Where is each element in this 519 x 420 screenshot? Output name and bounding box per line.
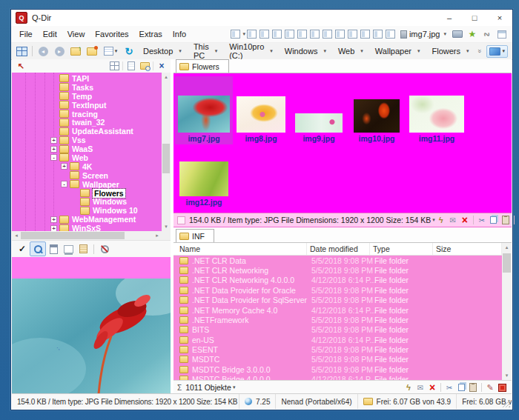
scroll-left-icon[interactable]: ◂: [12, 231, 21, 240]
tree-item[interactable]: TextInput: [12, 101, 162, 110]
tree-expander[interactable]: +: [50, 137, 57, 144]
scroll-up-icon[interactable]: ▴: [502, 243, 512, 252]
tree-item[interactable]: tracing: [12, 110, 162, 119]
tree-item[interactable]: UpdateAssistant: [12, 127, 162, 136]
layout-preset-6-icon[interactable]: [310, 30, 320, 39]
scroll-right-icon[interactable]: ▸: [153, 231, 162, 240]
tree-item[interactable]: - Wallpaper: [12, 180, 162, 189]
confirm-check-icon[interactable]: [15, 242, 30, 256]
refresh-icon[interactable]: [122, 44, 136, 58]
chevron-down-icon[interactable]: ▾: [215, 48, 218, 54]
scroll-up-icon[interactable]: ▴: [162, 73, 171, 81]
thumbnail-image[interactable]: [409, 96, 464, 133]
file-list[interactable]: .NET CLR Data 5/5/2018 9:08 PM File fold…: [173, 256, 502, 380]
tree-expander[interactable]: -: [50, 154, 57, 161]
breadcrumb-folder[interactable]: Desktop ▾: [139, 46, 186, 56]
menu-item[interactable]: Info: [168, 28, 191, 40]
tree-item[interactable]: Screen: [12, 171, 162, 180]
separator[interactable]: [479, 382, 484, 393]
status-checkbox-icon[interactable]: [177, 216, 185, 224]
close-tree-icon[interactable]: [155, 61, 168, 72]
tree-root-icon[interactable]: [14, 61, 27, 72]
favorites-star-icon[interactable]: [466, 28, 479, 40]
tree-item[interactable]: + WaaS: [12, 144, 162, 153]
layout-preset-1-icon[interactable]: [247, 30, 257, 39]
thumbnail-item[interactable]: img12.jpg: [175, 158, 233, 208]
thumbnail-item[interactable]: img8.jpg: [233, 76, 289, 144]
column-header-type[interactable]: Type: [370, 243, 433, 255]
flash-icon[interactable]: [403, 382, 414, 393]
layout-preset-8-icon[interactable]: [335, 30, 345, 39]
file-list-row[interactable]: MSDTC 5/5/2018 9:08 PM File folder: [173, 355, 502, 364]
file-combo[interactable]: img7.jpg ▾: [400, 30, 446, 39]
layout-preset-7-icon[interactable]: [323, 30, 332, 39]
image-preview-pane[interactable]: ·‚: [12, 257, 171, 394]
folder-tree[interactable]: TAPI Tasks Tem: [12, 73, 171, 240]
tree-item[interactable]: Temp: [12, 92, 162, 101]
tree-horizontal-scrollbar[interactable]: ◂ ▸: [12, 231, 162, 240]
tab-flowers[interactable]: Flowers: [176, 59, 229, 73]
menu-item[interactable]: Edit: [38, 28, 62, 40]
views-icon[interactable]: [101, 44, 120, 58]
layout-preset-11-icon[interactable]: [373, 30, 383, 39]
toolbar-overflow-icon[interactable]: »: [476, 47, 483, 56]
file-list-row[interactable]: .NET Data Provider for Oracle 5/5/2018 9…: [173, 285, 502, 295]
tree-vertical-scrollbar[interactable]: ▴ ▾: [162, 73, 171, 231]
mail-icon[interactable]: [447, 215, 459, 225]
up-folder-icon[interactable]: [68, 44, 83, 58]
file-list-row[interactable]: ESENT 5/5/2018 9:08 PM File folder: [173, 344, 502, 354]
file-list-row[interactable]: en-US 4/12/2018 6:14 P... File folder: [173, 335, 502, 344]
breadcrumb-folder[interactable]: This PC ▾: [189, 41, 222, 61]
file-list-row[interactable]: .NET Memory Cache 4.0 4/12/2018 6:14 P..…: [173, 305, 502, 315]
thumbnail-item[interactable]: img11.jpg: [405, 76, 469, 144]
file-list-row[interactable]: .NET Data Provider for SqlServer 5/5/201…: [173, 296, 502, 305]
scroll-down-icon[interactable]: ▾: [162, 222, 171, 231]
menu-item[interactable]: View: [62, 28, 90, 40]
layout-preset-3-icon[interactable]: [272, 30, 282, 39]
file-list-row[interactable]: MSDTC Bridge 4.0.0.0 4/12/2018 6:14 P...…: [173, 375, 502, 381]
thumbnail-item[interactable]: img7.jpg: [175, 76, 233, 144]
mail-icon[interactable]: [414, 382, 426, 393]
file-list-row[interactable]: .NET CLR Data 5/5/2018 9:08 PM File fold…: [173, 256, 502, 265]
tree-item[interactable]: Windows 10: [12, 206, 162, 215]
tree-item[interactable]: Flowers: [12, 189, 162, 198]
layout-preset-2-icon[interactable]: [260, 30, 269, 39]
zoom-off-icon[interactable]: [97, 242, 112, 256]
chevron-down-icon[interactable]: ▾: [179, 48, 182, 54]
window-preset-icon[interactable]: [495, 28, 509, 40]
chevron-down-icon[interactable]: ▾: [233, 384, 236, 390]
layout-preset-10-icon[interactable]: [360, 30, 370, 39]
tree-item[interactable]: + WebManagement: [12, 215, 162, 224]
whiteboard-icon[interactable]: [61, 242, 76, 256]
toolbar-separator[interactable]: [32, 46, 33, 56]
column-header-name[interactable]: Name: [173, 243, 307, 255]
notes-icon[interactable]: [76, 242, 90, 256]
qdir-panes-icon[interactable]: [14, 44, 29, 58]
toolbar-separator[interactable]: [93, 244, 94, 254]
monitor-icon[interactable]: [486, 45, 509, 58]
magic-tool-icon[interactable]: [480, 28, 494, 40]
menu-item[interactable]: File: [14, 28, 38, 40]
layout-preset-12-icon[interactable]: [386, 30, 395, 39]
preview-zoom-icon[interactable]: [30, 241, 46, 256]
print-icon[interactable]: [451, 28, 464, 40]
thumbnail-image[interactable]: [178, 96, 230, 133]
tree-expander[interactable]: +: [50, 146, 57, 153]
delete-icon[interactable]: [459, 215, 471, 225]
back-icon[interactable]: [36, 44, 50, 58]
layout-selector-icon[interactable]: [231, 30, 240, 39]
delete-icon[interactable]: [426, 382, 438, 393]
paste-icon[interactable]: [500, 215, 512, 225]
new-file-icon[interactable]: [125, 61, 138, 72]
layout-preset-5-icon[interactable]: [297, 30, 307, 39]
file-list-row[interactable]: .NET CLR Networking 4.0.0.0 4/12/2018 6:…: [173, 276, 502, 285]
breadcrumb-folder[interactable]: Win10pro (C:) ▾: [225, 41, 277, 61]
file-list-row[interactable]: .NETFramework 5/5/2018 9:08 PM File fold…: [173, 315, 502, 324]
copy-icon[interactable]: [488, 215, 500, 225]
scrollbar-thumb[interactable]: [21, 232, 125, 239]
maximize-button[interactable]: □: [462, 10, 487, 26]
tab-inf[interactable]: INF: [176, 229, 214, 242]
paste-icon[interactable]: [467, 382, 479, 393]
forward-icon[interactable]: [52, 44, 67, 58]
goto-folder-icon[interactable]: [85, 44, 99, 58]
